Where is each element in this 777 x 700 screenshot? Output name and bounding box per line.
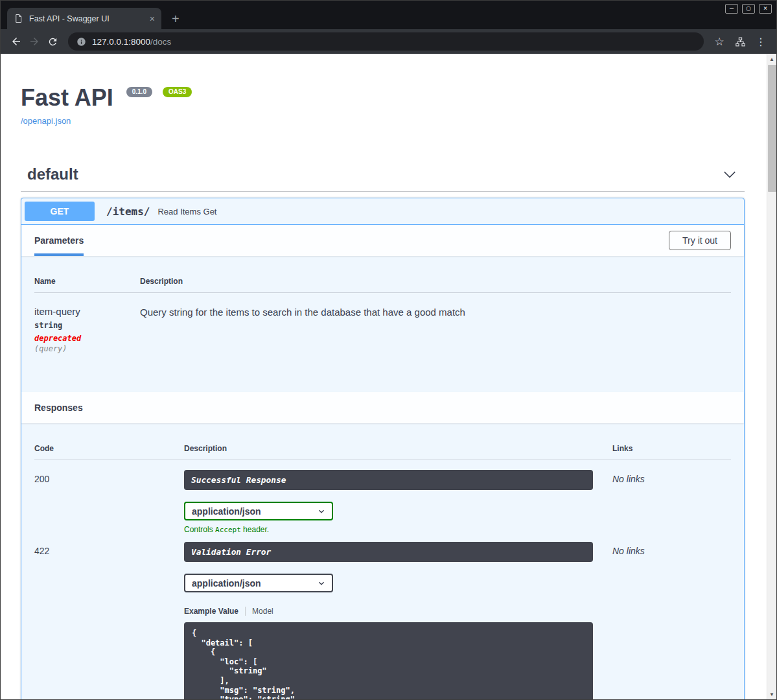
url-path: /docs [150, 37, 171, 47]
operation-summary-row[interactable]: GET /items/ Read Items Get [21, 198, 744, 225]
resp-col-description-header: Description [184, 444, 612, 453]
example-json-code: { "detail": [ { "loc": [ "string" ], "ms… [192, 629, 585, 699]
parameter-description: Query string for the items to search in … [140, 306, 731, 353]
collapse-chevron-icon[interactable] [723, 167, 737, 181]
page-scrollbar[interactable]: ▲ ▼ [767, 54, 776, 699]
page-content: Fast API 0.1.0 OAS3 /openapi.json defaul… [1, 54, 776, 699]
minimize-button[interactable]: – [725, 4, 738, 14]
response-links: No links [612, 470, 731, 534]
opblock-get-items: GET /items/ Read Items Get Parameters Tr… [21, 198, 745, 699]
media-type-select[interactable]: application/json [184, 502, 333, 520]
accept-code-fragment: Accept [215, 526, 241, 534]
url-host: 127.0.0.1:8000 [92, 37, 150, 47]
responses-title: Responses [34, 402, 83, 413]
operation-path: /items/ [102, 205, 150, 218]
media-type-value: application/json [192, 578, 261, 589]
sitemap-icon [735, 36, 746, 47]
try-it-out-button[interactable]: Try it out [669, 231, 731, 250]
example-model-tabs: Example Value Model [184, 607, 612, 616]
operation-description: Read Items Get [157, 207, 216, 216]
responses-section-header: Responses [21, 392, 744, 423]
parameter-name: item-query [34, 306, 140, 317]
resp-col-links-header: Links [612, 444, 731, 453]
example-json-block[interactable]: { "detail": [ { "loc": [ "string" ], "ms… [184, 622, 593, 699]
tab-favicon-icon [14, 14, 23, 23]
response-description-box: Successful Response [184, 470, 593, 490]
forward-button[interactable] [25, 32, 43, 51]
url-bar[interactable]: 127.0.0.1:8000/docs [68, 32, 704, 51]
tag-name: default [27, 165, 78, 183]
accept-header-note: Controls Accept header. [184, 525, 612, 534]
new-tab-button[interactable]: + [172, 12, 180, 25]
reload-button[interactable] [43, 32, 62, 51]
version-badge: 0.1.0 [126, 87, 152, 97]
responses-table: Code Description Links 200 Successful Re… [21, 423, 744, 699]
response-row-200: 200 Successful Response application/json… [34, 460, 731, 534]
response-description-box: Validation Error [184, 542, 593, 562]
select-chevron-icon [318, 508, 325, 515]
api-title: Fast API 0.1.0 OAS3 [21, 85, 745, 111]
close-button[interactable]: × [759, 4, 772, 14]
param-col-name-header: Name [34, 277, 140, 286]
parameter-row: item-query string deprecated (query) Que… [34, 293, 731, 366]
scroll-up-icon[interactable]: ▲ [767, 54, 776, 64]
window-titlebar: Fast API - Swagger UI × + – ▢ × [1, 1, 776, 29]
browser-window: Fast API - Swagger UI × + – ▢ × 127.0.0.… [0, 0, 777, 700]
parameters-tab: Parameters [34, 225, 84, 256]
sitemap-button[interactable] [731, 32, 749, 51]
parameter-location: (query) [34, 344, 140, 353]
response-row-422: 422 Validation Error application/json Ex… [34, 534, 731, 699]
url-text: 127.0.0.1:8000/docs [92, 37, 171, 47]
parameters-table: Name Description item-query string depre… [21, 256, 744, 392]
scrollbar-thumb[interactable] [768, 65, 776, 192]
tag-section-header-default[interactable]: default [21, 160, 745, 192]
maximize-button[interactable]: ▢ [742, 4, 755, 14]
select-chevron-icon [318, 579, 325, 587]
media-type-select[interactable]: application/json [184, 574, 333, 592]
browser-tab[interactable]: Fast API - Swagger UI × [7, 8, 161, 29]
bookmark-star-icon: ☆ [714, 35, 724, 49]
window-controls: – ▢ × [725, 4, 772, 14]
reload-icon [47, 36, 58, 47]
response-links: No links [612, 542, 731, 699]
resp-col-code-header: Code [34, 444, 184, 453]
openapi-spec-link[interactable]: /openapi.json [21, 116, 71, 126]
parameter-type: string [34, 321, 140, 330]
media-type-value: application/json [192, 506, 261, 517]
back-button[interactable] [7, 32, 25, 51]
forward-icon [29, 36, 40, 47]
example-value-tab[interactable]: Example Value [184, 607, 246, 616]
tab-title: Fast API - Swagger UI [29, 14, 144, 23]
api-info: Fast API 0.1.0 OAS3 /openapi.json [21, 85, 745, 126]
api-title-text: Fast API [21, 84, 113, 111]
menu-button[interactable]: ⋮ [752, 32, 770, 51]
parameters-section-header: Parameters Try it out [21, 225, 744, 256]
response-code: 422 [34, 542, 184, 699]
model-tab[interactable]: Model [246, 607, 273, 616]
site-info-icon[interactable] [76, 37, 86, 47]
http-method-badge: GET [25, 202, 95, 221]
kebab-menu-icon: ⋮ [756, 36, 766, 48]
response-code: 200 [34, 470, 184, 534]
bookmark-button[interactable]: ☆ [710, 32, 728, 51]
parameter-deprecated-flag: deprecated [34, 334, 140, 343]
oas3-badge: OAS3 [163, 87, 192, 97]
browser-toolbar: 127.0.0.1:8000/docs ☆ ⋮ [1, 29, 776, 54]
param-col-description-header: Description [140, 277, 731, 286]
back-icon [10, 36, 22, 47]
scroll-down-icon[interactable]: ▼ [767, 689, 776, 699]
tab-close-icon[interactable]: × [150, 14, 155, 23]
